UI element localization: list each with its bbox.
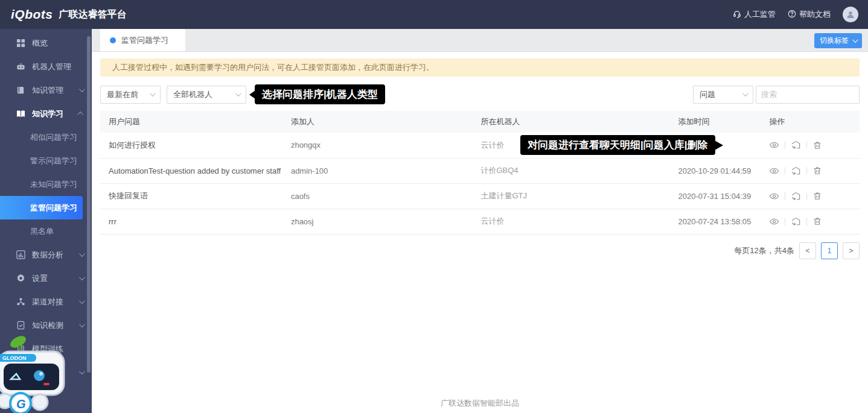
mascot-brand-text: GLODON — [2, 355, 27, 361]
col-adder: 添加人 — [282, 111, 473, 133]
sidebar-subitem-blacklist[interactable]: 黑名单 — [0, 219, 92, 243]
overview-icon — [16, 39, 26, 48]
pagination-summary: 每页12条，共4条 — [734, 245, 794, 256]
chevron-down-icon — [79, 298, 85, 304]
app-header: iQbots 广联达睿答平台 人工监管 帮助文档 — [0, 0, 868, 29]
sidebar-item-knowledge-management[interactable]: 知识管理 — [0, 78, 92, 102]
import-box-icon[interactable] — [791, 140, 801, 150]
import-box-icon[interactable] — [791, 216, 801, 227]
search-box — [756, 86, 860, 104]
main-area: 监管问题学习 切换标签 人工接管过程中，如遇到需要学习的用户问法，可在人工接管页… — [92, 29, 868, 413]
book-open-icon — [16, 109, 26, 119]
trash-icon[interactable] — [812, 166, 822, 175]
sidebar-subitem-warning-question[interactable]: 警示问题学习 — [0, 149, 92, 172]
next-page-button[interactable]: > — [843, 242, 860, 259]
chevron-down-icon — [742, 90, 748, 96]
filter-row: 最新在前 全部机器人 选择问题排序|机器人类型 问题 — [100, 84, 860, 104]
app-logo: iQbots — [11, 7, 53, 22]
import-box-icon[interactable] — [791, 166, 801, 176]
sidebar-item-settings[interactable]: 设置 — [0, 266, 92, 290]
sidebar-item-overview[interactable]: 概览 — [0, 31, 92, 55]
chart-icon — [16, 250, 26, 260]
annotation-filter-tooltip: 选择问题排序|机器人类型 — [255, 84, 385, 104]
share-nodes-icon — [16, 297, 26, 307]
robot-icon — [16, 62, 26, 72]
import-box-icon[interactable] — [791, 191, 801, 201]
question-circle-icon — [788, 10, 796, 20]
robot-select[interactable]: 全部机器人 — [167, 86, 246, 104]
sidebar-subitem-supervised-question[interactable]: 监管问题学习 — [0, 196, 83, 219]
switch-tag-button[interactable]: 切换标签 — [814, 33, 862, 48]
chevron-down-icon — [79, 86, 85, 92]
col-user-question: 用户问题 — [100, 111, 282, 133]
tab-bar: 监管问题学习 切换标签 — [92, 29, 868, 52]
brand-title: 广联达睿答平台 — [59, 8, 127, 21]
notice-banner: 人工接管过程中，如遇到需要学习的用户问法，可在人工接管页面添加，在此页面进行学习… — [100, 58, 860, 77]
annotation-ops-tooltip: 对问题进行查看聊天明细|问题入库|删除 — [520, 135, 715, 155]
col-operations: 操作 — [761, 111, 860, 133]
sidebar-item-channel-integration[interactable]: 渠道对接 — [0, 290, 92, 314]
chevron-down-icon — [79, 321, 85, 327]
help-docs-link[interactable]: 帮助文档 — [788, 9, 831, 20]
robot-mascot: GLODON G — [0, 330, 81, 413]
search-field-select[interactable]: 问题 — [693, 86, 753, 104]
sidebar-item-knowledge-learning[interactable]: 知识学习 — [0, 102, 92, 125]
detect-icon — [16, 321, 26, 330]
sidebar-item-robot-management[interactable]: 机器人管理 — [0, 55, 92, 78]
page-1-button[interactable]: 1 — [821, 242, 838, 259]
table-row: rrr zhaosj 云计价 2020-07-24 13:58:05 — [100, 209, 860, 234]
sidebar-scrollbar[interactable] — [87, 36, 91, 373]
chevron-down-icon — [79, 251, 85, 257]
footer-credit: 广联达数据智能部出品 — [92, 398, 868, 409]
eye-icon[interactable] — [769, 216, 779, 227]
chevron-down-icon — [852, 37, 858, 43]
sidebar-subitem-unknown-question[interactable]: 未知问题学习 — [0, 172, 92, 196]
tab-active-dot-icon — [110, 37, 116, 43]
prev-page-button[interactable]: < — [799, 242, 816, 259]
chevron-down-icon — [150, 90, 156, 96]
trash-icon[interactable] — [812, 191, 822, 201]
question-table: 用户问题 添加人 所在机器人 添加时间 操作 如何进行授权 zhongqx 云计… — [100, 111, 860, 235]
tab-supervised-question-learning[interactable]: 监管问题学习 — [100, 29, 185, 51]
sort-select[interactable]: 最新在前 — [100, 86, 161, 104]
chevron-up-icon — [77, 112, 83, 118]
table-row: 快捷回复语 caofs 土建计量GTJ 2020-07-31 15:04:39 — [100, 183, 860, 209]
eye-icon[interactable] — [769, 140, 779, 150]
user-avatar-icon[interactable] — [843, 7, 858, 22]
table-header-row: 用户问题 添加人 所在机器人 添加时间 操作 — [100, 111, 860, 133]
gear-icon — [16, 274, 26, 283]
search-input[interactable] — [756, 90, 868, 99]
eye-icon[interactable] — [769, 166, 779, 176]
sidebar-subitem-similar-question[interactable]: 相似问题学习 — [0, 125, 92, 149]
trash-icon[interactable] — [812, 216, 822, 226]
headset-icon — [733, 10, 741, 20]
pagination: 每页12条，共4条 < 1 > — [100, 242, 860, 259]
col-robot: 所在机器人 — [472, 111, 669, 133]
table-row: 如何进行授权 zhongqx 云计价 — [100, 133, 860, 158]
col-add-time: 添加时间 — [669, 111, 761, 133]
mascot-badge-text: G — [16, 397, 26, 411]
chevron-down-icon — [79, 274, 85, 280]
table-row: AutomationTest-question added by custome… — [100, 158, 860, 183]
chevron-down-icon — [235, 90, 241, 96]
manual-supervision-link[interactable]: 人工监管 — [733, 9, 776, 20]
sidebar-item-data-analysis[interactable]: 数据分析 — [0, 243, 92, 266]
book-icon — [16, 86, 26, 95]
eye-icon[interactable] — [769, 191, 779, 201]
trash-icon[interactable] — [812, 140, 822, 150]
